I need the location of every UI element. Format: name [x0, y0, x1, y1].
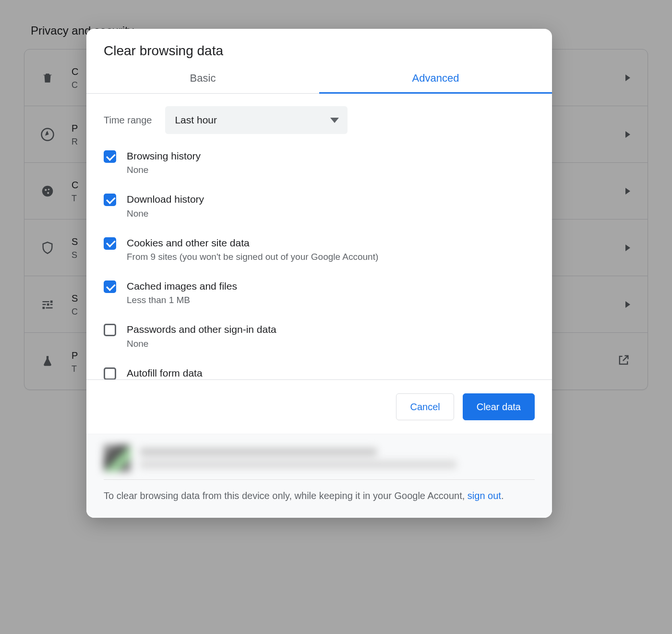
item-title: Autofill form data	[127, 366, 203, 380]
item-title: Passwords and other sign-in data	[127, 323, 276, 336]
time-range-value: Last hour	[175, 114, 217, 126]
account-footer: To clear browsing data from this device …	[86, 434, 552, 518]
tab-advanced[interactable]: Advanced	[319, 64, 552, 93]
item-subtitle: None	[127, 165, 201, 175]
chevron-down-icon	[330, 118, 339, 123]
data-types-list: Browsing historyNoneDownload historyNone…	[86, 140, 552, 380]
clear-browsing-data-dialog: Clear browsing data Basic Advanced Time …	[86, 29, 552, 518]
account-info-blurred	[104, 445, 535, 472]
avatar	[104, 445, 131, 472]
dialog-title: Clear browsing data	[104, 43, 535, 59]
footer-note: To clear browsing data from this device …	[104, 488, 535, 503]
item-title: Cookies and other site data	[127, 236, 378, 250]
data-type-item: Browsing historyNone	[104, 142, 535, 185]
data-type-item: Cookies and other site dataFrom 9 sites …	[104, 229, 535, 272]
clear-data-button[interactable]: Clear data	[463, 393, 535, 420]
item-subtitle: Less than 1 MB	[127, 295, 237, 305]
data-type-item: Cached images and filesLess than 1 MB	[104, 272, 535, 315]
tab-basic[interactable]: Basic	[86, 64, 319, 93]
checkbox[interactable]	[104, 367, 116, 380]
item-title: Browsing history	[127, 149, 201, 163]
divider	[104, 479, 535, 480]
data-type-item: Download historyNone	[104, 185, 535, 228]
item-title: Cached images and files	[127, 280, 237, 293]
checkbox[interactable]	[104, 324, 116, 336]
checkbox[interactable]	[104, 194, 116, 206]
cancel-button[interactable]: Cancel	[396, 393, 454, 420]
sign-out-link[interactable]: sign out	[468, 490, 501, 501]
item-subtitle: None	[127, 339, 276, 349]
checkbox[interactable]	[104, 280, 116, 293]
item-subtitle: From 9 sites (you won't be signed out of…	[127, 252, 378, 262]
checkbox[interactable]	[104, 237, 116, 250]
checkbox[interactable]	[104, 150, 116, 163]
time-range-label: Time range	[104, 115, 152, 126]
item-subtitle: None	[127, 208, 204, 219]
dialog-tabs: Basic Advanced	[86, 64, 552, 94]
data-type-item: Passwords and other sign-in dataNone	[104, 315, 535, 358]
data-type-item: Autofill form data	[104, 359, 535, 380]
item-title: Download history	[127, 193, 204, 206]
time-range-select[interactable]: Last hour	[165, 106, 348, 134]
